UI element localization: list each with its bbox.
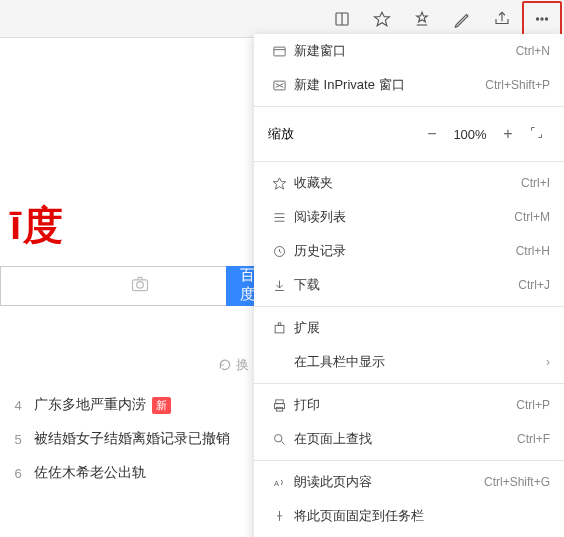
svg-point-7 xyxy=(545,17,547,19)
menu-favorites[interactable]: 收藏夹 Ctrl+I xyxy=(254,166,564,200)
camera-icon[interactable] xyxy=(130,274,150,298)
fullscreen-button[interactable] xyxy=(522,125,550,144)
list-item[interactable]: 4 广东多地严重内涝 新 xyxy=(8,388,230,422)
menu-find[interactable]: 在页面上查找 Ctrl+F xyxy=(254,422,564,456)
svg-rect-23 xyxy=(278,322,281,325)
window-icon xyxy=(268,44,290,59)
svg-rect-24 xyxy=(275,399,283,403)
star-outline-icon xyxy=(268,176,290,191)
search-icon xyxy=(268,432,290,447)
menu-extensions[interactable]: 扩展 xyxy=(254,311,564,345)
menu-reading-list[interactable]: 阅读列表 Ctrl+M xyxy=(254,200,564,234)
menu-pin-taskbar[interactable]: 将此页面固定到任务栏 xyxy=(254,499,564,533)
extensions-icon xyxy=(268,321,290,336)
share-icon[interactable] xyxy=(482,1,522,37)
zoom-value: 100% xyxy=(446,127,494,142)
menu-print[interactable]: 打印 Ctrl+P xyxy=(254,388,564,422)
download-icon xyxy=(268,278,290,293)
svg-point-5 xyxy=(536,17,538,19)
chevron-right-icon: › xyxy=(546,355,550,369)
menu-show-in-toolbar[interactable]: 在工具栏中显示 › xyxy=(254,345,564,379)
more-icon[interactable] xyxy=(522,1,562,37)
refresh-icon xyxy=(218,358,232,372)
svg-line-28 xyxy=(281,441,284,444)
menu-zoom: 缩放 − 100% + xyxy=(254,111,564,157)
svg-marker-15 xyxy=(273,177,286,188)
menu-new-window[interactable]: 新建窗口 Ctrl+N xyxy=(254,34,564,68)
svg-point-9 xyxy=(137,282,144,289)
menu-new-inprivate[interactable]: 新建 InPrivate 窗口 Ctrl+Shift+P xyxy=(254,68,564,102)
svg-point-27 xyxy=(274,434,282,442)
hot-list: 4 广东多地严重内涝 新 5 被结婚女子结婚离婚记录已撤销 6 佐佐木希老公出轨 xyxy=(8,388,230,490)
settings-menu: 新建窗口 Ctrl+N 新建 InPrivate 窗口 Ctrl+Shift+P… xyxy=(254,34,564,537)
hot-badge: 新 xyxy=(152,397,171,414)
hot-title: 佐佐木希老公出轨 xyxy=(34,464,146,482)
inprivate-icon xyxy=(268,78,290,93)
pin-icon xyxy=(268,509,290,524)
menu-separator xyxy=(254,161,564,162)
menu-read-aloud[interactable]: A 朗读此页内容 Ctrl+Shift+G xyxy=(254,465,564,499)
star-icon[interactable] xyxy=(362,1,402,37)
favorites-list-icon[interactable] xyxy=(402,1,442,37)
menu-downloads[interactable]: 下载 Ctrl+J xyxy=(254,268,564,302)
svg-marker-2 xyxy=(375,12,390,26)
menu-separator xyxy=(254,460,564,461)
browser-toolbar xyxy=(0,0,564,38)
svg-rect-22 xyxy=(275,325,284,333)
baidu-logo: ī度 xyxy=(10,198,65,253)
reading-list-icon xyxy=(268,210,290,225)
zoom-out-button[interactable]: − xyxy=(418,125,446,143)
menu-more-tools[interactable]: 更多工具 › xyxy=(254,533,564,537)
hot-rank: 5 xyxy=(8,432,28,447)
list-item[interactable]: 6 佐佐木希老公出轨 xyxy=(8,456,230,490)
list-item[interactable]: 5 被结婚女子结婚离婚记录已撤销 xyxy=(8,422,230,456)
menu-history[interactable]: 历史记录 Ctrl+H xyxy=(254,234,564,268)
reading-view-icon[interactable] xyxy=(322,1,362,37)
svg-rect-26 xyxy=(276,407,282,411)
read-aloud-icon: A xyxy=(268,475,290,490)
hot-rank: 6 xyxy=(8,466,28,481)
menu-separator xyxy=(254,306,564,307)
zoom-label: 缩放 xyxy=(268,125,418,143)
hot-title: 被结婚女子结婚离婚记录已撤销 xyxy=(34,430,230,448)
svg-rect-10 xyxy=(273,47,284,56)
menu-separator xyxy=(254,106,564,107)
menu-separator xyxy=(254,383,564,384)
search-box: 百度一 xyxy=(0,266,245,306)
hot-title: 广东多地严重内涝 xyxy=(34,396,146,414)
hot-rank: 4 xyxy=(8,398,28,413)
svg-marker-3 xyxy=(417,12,428,22)
zoom-in-button[interactable]: + xyxy=(494,125,522,143)
notes-icon[interactable] xyxy=(442,1,482,37)
svg-text:A: A xyxy=(273,478,278,487)
svg-point-6 xyxy=(541,17,543,19)
refresh-hint[interactable]: 换 xyxy=(218,356,249,374)
history-icon xyxy=(268,244,290,259)
print-icon xyxy=(268,398,290,413)
search-input[interactable] xyxy=(0,266,226,306)
